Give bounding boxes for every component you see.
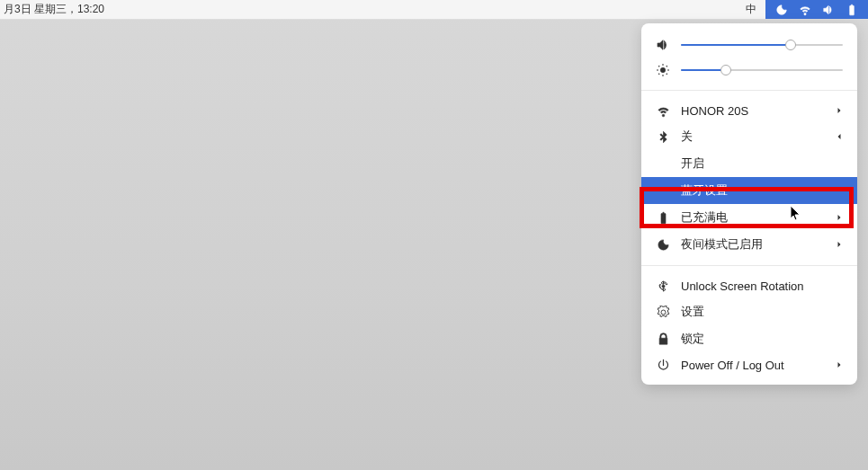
- power-icon: [656, 358, 670, 372]
- night-mode-icon: [656, 237, 670, 252]
- chevron-down-icon: [836, 133, 843, 140]
- night-mode-icon: [774, 3, 789, 17]
- bluetooth-menu-item[interactable]: 关: [641, 123, 857, 150]
- nightmode-label: 夜间模式已启用: [681, 236, 825, 253]
- gear-icon: [656, 305, 670, 319]
- system-tray[interactable]: [765, 0, 868, 19]
- datetime-label: 月3日 星期三，13:20: [0, 2, 104, 17]
- chevron-right-icon: [836, 107, 843, 114]
- wifi-menu-item[interactable]: HONOR 20S: [641, 98, 857, 123]
- topbar-right: 中: [737, 0, 868, 19]
- lock-icon: [656, 332, 670, 346]
- system-menu-popup: HONOR 20S 关 开启 蓝牙设置 已充满电 夜间模式已启用: [641, 23, 857, 385]
- bluetooth-on-item[interactable]: 开启: [641, 150, 857, 177]
- lock-label: 锁定: [681, 331, 843, 347]
- bluetooth-icon: [656, 129, 670, 144]
- lock-menu-item[interactable]: 锁定: [641, 325, 857, 352]
- rotation-lock-icon: [656, 279, 670, 293]
- divider: [641, 265, 857, 266]
- brightness-icon: [656, 63, 670, 77]
- settings-label: 设置: [681, 304, 843, 320]
- brightness-slider[interactable]: [681, 63, 843, 77]
- poweroff-menu-item[interactable]: Power Off / Log Out: [641, 352, 857, 377]
- wifi-icon: [798, 3, 812, 17]
- volume-thumb[interactable]: [785, 40, 796, 50]
- brightness-fill: [681, 69, 726, 71]
- volume-icon: [656, 38, 670, 52]
- volume-slider[interactable]: [681, 38, 843, 52]
- ime-indicator[interactable]: 中: [737, 2, 765, 17]
- wifi-icon: [656, 103, 670, 118]
- battery-icon: [845, 3, 859, 17]
- battery-icon: [656, 210, 670, 225]
- power-menu-item[interactable]: 已充满电: [641, 204, 857, 231]
- poweroff-label: Power Off / Log Out: [681, 359, 825, 372]
- svg-point-1: [661, 284, 664, 287]
- brightness-thumb[interactable]: [720, 65, 731, 75]
- chevron-right-icon: [836, 241, 843, 248]
- chevron-right-icon: [836, 214, 843, 221]
- volume-icon: [821, 3, 836, 17]
- divider: [641, 90, 857, 91]
- power-label: 已充满电: [681, 209, 825, 226]
- volume-slider-row: [641, 32, 857, 58]
- brightness-slider-row: [641, 58, 857, 83]
- bluetooth-label: 关: [681, 129, 825, 145]
- settings-menu-item[interactable]: 设置: [641, 298, 857, 325]
- svg-point-0: [660, 67, 665, 72]
- bluetooth-settings-item[interactable]: 蓝牙设置: [641, 177, 857, 204]
- nightmode-menu-item[interactable]: 夜间模式已启用: [641, 231, 857, 258]
- wifi-label: HONOR 20S: [681, 104, 825, 118]
- volume-fill: [681, 44, 791, 46]
- bluetooth-settings-label: 蓝牙设置: [681, 182, 843, 199]
- bluetooth-on-label: 开启: [681, 155, 843, 172]
- chevron-right-icon: [836, 361, 843, 368]
- rotation-label: Unlock Screen Rotation: [681, 279, 843, 293]
- topbar: 月3日 星期三，13:20 中: [0, 0, 868, 20]
- rotation-menu-item[interactable]: Unlock Screen Rotation: [641, 273, 857, 298]
